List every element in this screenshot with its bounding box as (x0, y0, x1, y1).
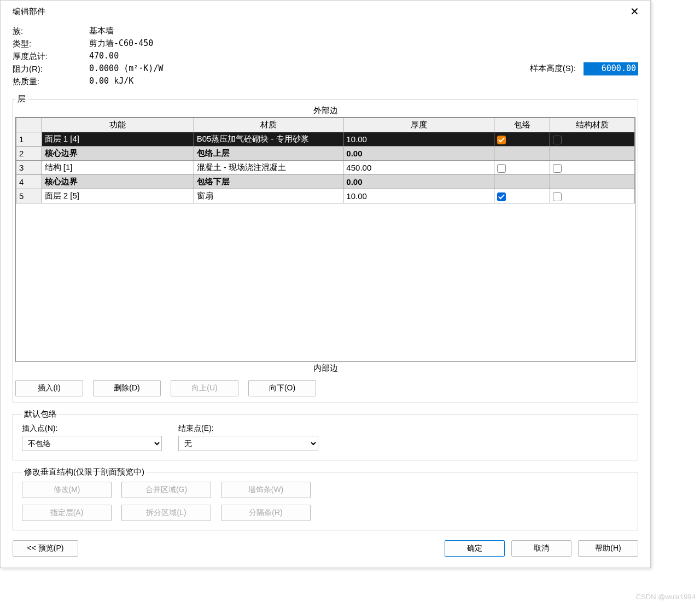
titlebar: 编辑部件 ✕ (1, 1, 650, 20)
layers-fieldset: 层 外部边 功能 材质 厚度 包络 结构材质 1面层 1 [4]B0 (13, 94, 638, 402)
cell-material[interactable]: B05蒸压加气砼砌块 - 专用砂浆 (194, 132, 343, 147)
family-label: 族: (13, 25, 89, 37)
checkbox-icon[interactable] (553, 192, 562, 201)
inner-edge-label: 内部边 (15, 362, 635, 375)
header-structural: 结构材质 (550, 118, 635, 132)
dialog-title: 编辑部件 (13, 7, 45, 17)
move-up-button[interactable]: 向上(U) (171, 380, 238, 396)
split-region-button[interactable]: 拆分区域(L) (121, 505, 211, 521)
table-row[interactable]: 4核心边界包络下层0.00 (16, 175, 635, 189)
merge-regions-button[interactable]: 合并区域(G) (121, 482, 211, 498)
cell-wrap[interactable] (494, 161, 550, 175)
thickness-total-value: 470.00 (89, 50, 119, 62)
wall-sweeps-button[interactable]: 墙饰条(W) (221, 482, 311, 498)
modify-vertical-structure-fieldset: 修改垂直结构(仅限于剖面预览中) 修改(M) 合并区域(G) 墙饰条(W) 指定… (13, 467, 638, 530)
assign-layers-button[interactable]: 指定层(A) (22, 505, 112, 521)
properties-block: 族:基本墙 类型:剪力墙-C60-450 厚度总计:470.00 阻力(R):0… (13, 25, 530, 87)
cell-structural[interactable] (550, 161, 635, 175)
checkbox-icon[interactable] (553, 136, 562, 144)
move-down-button[interactable]: 向下(O) (248, 380, 316, 396)
cell-wrap[interactable] (494, 132, 550, 147)
header-thickness: 厚度 (343, 118, 494, 132)
delete-button[interactable]: 删除(D) (93, 380, 161, 396)
thickness-total-label: 厚度总计: (13, 50, 89, 62)
cell-function[interactable]: 核心边界 (42, 175, 194, 189)
table-row[interactable]: 1面层 1 [4]B05蒸压加气砼砌块 - 专用砂浆10.00 (16, 132, 635, 147)
header-wrap: 包络 (494, 118, 550, 132)
cell-structural[interactable] (550, 175, 635, 189)
outer-edge-label: 外部边 (15, 104, 635, 117)
layers-grid[interactable]: 功能 材质 厚度 包络 结构材质 1面层 1 [4]B05蒸压加气砼砌块 - 专… (15, 117, 635, 362)
default-wrapping-legend: 默认包络 (22, 409, 59, 419)
cell-function[interactable]: 面层 1 [4] (42, 132, 194, 147)
row-index: 5 (16, 189, 42, 203)
family-value: 基本墙 (89, 25, 114, 37)
checkbox-icon[interactable] (497, 192, 506, 201)
cell-material[interactable]: 混凝土 - 现场浇注混凝土 (194, 161, 343, 175)
type-label: 类型: (13, 37, 89, 50)
cell-wrap[interactable] (494, 175, 550, 189)
cell-function[interactable]: 核心边界 (42, 147, 194, 161)
checkbox-icon[interactable] (497, 164, 506, 173)
cell-structural[interactable] (550, 147, 635, 161)
row-index: 2 (16, 147, 42, 161)
cell-structural[interactable] (550, 132, 635, 147)
watermark: CSDN @wula1994 (636, 593, 696, 601)
checkbox-icon[interactable] (497, 136, 506, 144)
cell-material[interactable]: 包络下层 (194, 175, 343, 189)
cell-thickness[interactable]: 0.00 (343, 147, 494, 161)
default-wrapping-fieldset: 默认包络 插入点(N): 不包络 结束点(E): 无 (13, 409, 638, 460)
cell-thickness[interactable]: 10.00 (343, 132, 494, 147)
cell-function[interactable]: 面层 2 [5] (42, 189, 194, 203)
header-function: 功能 (42, 118, 194, 132)
table-row[interactable]: 2核心边界包络上层0.00 (16, 147, 635, 161)
cell-wrap[interactable] (494, 189, 550, 203)
cell-material[interactable]: 窗扇 (194, 189, 343, 203)
cell-structural[interactable] (550, 189, 635, 203)
row-index: 4 (16, 175, 42, 189)
modify-button[interactable]: 修改(M) (22, 482, 112, 498)
row-index: 1 (16, 132, 42, 147)
preview-button[interactable]: << 预览(P) (13, 540, 78, 557)
insert-point-select[interactable]: 不包络 (22, 436, 162, 451)
cell-thickness[interactable]: 450.00 (343, 161, 494, 175)
end-point-label: 结束点(E): (178, 424, 318, 434)
insert-point-label: 插入点(N): (22, 424, 162, 434)
resistance-label: 阻力(R): (13, 62, 89, 75)
end-point-select[interactable]: 无 (178, 436, 318, 451)
type-value: 剪力墙-C60-450 (89, 37, 153, 50)
table-row[interactable]: 5面层 2 [5]窗扇10.00 (16, 189, 635, 203)
sample-height-input[interactable] (584, 62, 638, 75)
close-icon[interactable]: ✕ (626, 5, 644, 18)
cancel-button[interactable]: 取消 (511, 540, 571, 557)
sample-height-block: 样本高度(S): (530, 50, 638, 87)
help-button[interactable]: 帮助(H) (578, 540, 638, 557)
edit-assembly-dialog: 编辑部件 ✕ 族:基本墙 类型:剪力墙-C60-450 厚度总计:470.00 … (0, 0, 651, 568)
insert-button[interactable]: 插入(I) (15, 380, 83, 396)
header-material: 材质 (194, 118, 343, 132)
cell-thickness[interactable]: 0.00 (343, 175, 494, 189)
thermal-mass-value: 0.00 kJ/K (89, 75, 133, 87)
layers-legend: 层 (15, 94, 28, 104)
row-index: 3 (16, 161, 42, 175)
checkbox-icon[interactable] (553, 164, 562, 173)
cell-thickness[interactable]: 10.00 (343, 189, 494, 203)
reveals-button[interactable]: 分隔条(R) (221, 505, 311, 521)
cell-material[interactable]: 包络上层 (194, 147, 343, 161)
cell-wrap[interactable] (494, 147, 550, 161)
resistance-value: 0.0000 (m²·K)/W (89, 62, 163, 75)
thermal-mass-label: 热质量: (13, 75, 89, 87)
modify-vertical-legend: 修改垂直结构(仅限于剖面预览中) (22, 467, 147, 477)
ok-button[interactable]: 确定 (445, 540, 505, 557)
cell-function[interactable]: 结构 [1] (42, 161, 194, 175)
header-index (16, 118, 42, 132)
table-row[interactable]: 3结构 [1]混凝土 - 现场浇注混凝土450.00 (16, 161, 635, 175)
sample-height-label: 样本高度(S): (530, 63, 576, 74)
